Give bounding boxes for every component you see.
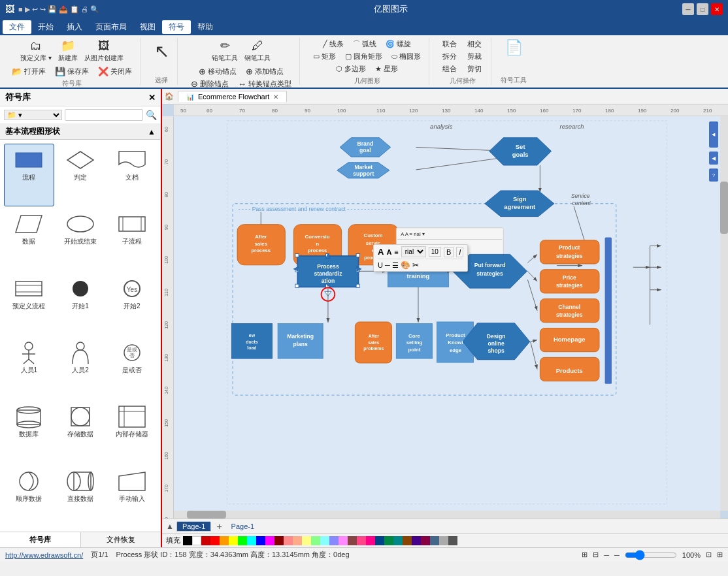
combine-button[interactable]: 组合: [438, 63, 462, 75]
color-purple[interactable]: [412, 536, 421, 545]
color-brown[interactable]: [348, 536, 357, 545]
shape-item-terminal[interactable]: 开始或结束: [56, 208, 106, 270]
color-maroon[interactable]: [274, 536, 284, 545]
shape-item-flow[interactable]: 流程: [4, 144, 54, 206]
arc-button[interactable]: ⌒弧线: [349, 38, 380, 50]
vertical-scrollbar[interactable]: [720, 116, 728, 511]
union-button[interactable]: 联合: [438, 38, 462, 50]
horizontal-scrollbar[interactable]: [174, 511, 720, 519]
shape-item-start1[interactable]: 开始1: [56, 272, 106, 335]
color-lightblue[interactable]: [329, 536, 339, 545]
page-tab-1[interactable]: Page-1: [176, 521, 211, 532]
color-lightmagenta[interactable]: [339, 536, 348, 545]
view-icon-1[interactable]: ⊞: [582, 551, 587, 559]
close-lib-button[interactable]: ❌关闭库: [94, 65, 136, 78]
crop-button[interactable]: 剪裁: [463, 50, 487, 63]
view-icon-3[interactable]: ─: [604, 551, 609, 559]
canvas-content[interactable]: analysis research - - - - Pass assessmen…: [174, 116, 720, 511]
cut-button[interactable]: 剪切: [463, 63, 487, 75]
select-button[interactable]: ↖: [150, 38, 173, 65]
color-darkred[interactable]: [201, 536, 210, 545]
panel-btn-1[interactable]: ◀: [709, 121, 718, 148]
pen-tool-button[interactable]: 🖊钢笔工具: [242, 38, 273, 64]
color-magenta[interactable]: [265, 536, 274, 545]
maximize-button[interactable]: □: [697, 3, 708, 15]
minimize-button[interactable]: ─: [682, 3, 694, 15]
polygon-button[interactable]: ⬡多边形: [332, 63, 370, 75]
color-darkgreen[interactable]: [384, 536, 393, 545]
color-blue[interactable]: [256, 536, 265, 545]
category-select[interactable]: 📁 ▾: [4, 110, 62, 120]
color-darkgray[interactable]: [448, 536, 457, 545]
font-family-select[interactable]: rial: [401, 246, 426, 257]
text-editor-toolbar[interactable]: A A ≡ rial 10 B I U ─ ☰ 🎨 ✂: [373, 244, 468, 272]
color-gray[interactable]: [439, 536, 448, 545]
color-green[interactable]: [238, 536, 247, 545]
add-anchor-button[interactable]: ⊕添加锚点: [242, 65, 288, 78]
grid-button[interactable]: ⊞: [717, 551, 723, 559]
color-peach[interactable]: [293, 536, 302, 545]
tab-close-icon[interactable]: ✕: [273, 93, 278, 101]
shape-item-data[interactable]: 数据: [4, 208, 54, 270]
color-yellow[interactable]: [229, 536, 238, 545]
menu-view[interactable]: 视图: [133, 20, 162, 34]
color-slateblue[interactable]: [430, 536, 439, 545]
color-lightcyan[interactable]: [320, 536, 329, 545]
shape-item-sequential[interactable]: 顺序数据: [4, 465, 54, 528]
shape-item-database[interactable]: 数据库: [4, 400, 54, 463]
color-palette[interactable]: [183, 534, 457, 548]
search-icon[interactable]: 🔍: [146, 110, 157, 120]
shape-item-document[interactable]: 文档: [107, 144, 157, 206]
save-lib-button[interactable]: 💾保存库: [51, 65, 93, 78]
color-darkpurple[interactable]: [421, 536, 430, 545]
line-button[interactable]: ╱线条: [319, 38, 348, 50]
shape-item-person1[interactable]: 人员1: [4, 336, 54, 399]
predef-lib-button[interactable]: 🗂预定义库 ▾: [18, 38, 54, 64]
shape-item-manualinput[interactable]: 手动输入: [107, 465, 157, 528]
menu-symbol[interactable]: 符号: [162, 20, 191, 34]
pencil-tool-button[interactable]: ✏铅笔工具: [209, 38, 240, 64]
shape-item-person2[interactable]: 人员2: [56, 336, 106, 399]
menu-insert[interactable]: 插入: [60, 20, 89, 34]
canvas-wrapper[interactable]: 50 60 70 80 90 100 110 120 130 140 150 1…: [162, 104, 728, 519]
sidebar-tab-filerecovery[interactable]: 文件恢复: [81, 532, 161, 547]
spiral-button[interactable]: 🌀螺旋: [382, 38, 415, 50]
shape-item-storedata[interactable]: 存储数据: [56, 400, 106, 463]
italic-button[interactable]: I: [456, 247, 463, 257]
shape-item-yesno[interactable]: 是或否 是或否: [107, 336, 157, 399]
zoom-slider[interactable]: [625, 550, 677, 560]
color-lightyellow[interactable]: [302, 536, 311, 545]
color-white[interactable]: [192, 536, 201, 545]
menu-file[interactable]: 文件: [3, 20, 31, 34]
close-button[interactable]: ✕: [711, 3, 723, 15]
menu-start[interactable]: 开始: [31, 20, 60, 34]
shape-item-predef[interactable]: 预定义流程: [4, 272, 54, 335]
color-deeppink[interactable]: [366, 536, 375, 545]
open-lib-button[interactable]: 📂打开库: [8, 65, 50, 78]
color-black[interactable]: [183, 536, 192, 545]
round-rect-button[interactable]: ▢圆角矩形: [341, 50, 386, 63]
sidebar-tab-symbollib[interactable]: 符号库: [0, 532, 81, 547]
color-teal[interactable]: [393, 536, 403, 545]
website-link[interactable]: http://www.edrawsoft.cn/: [5, 551, 83, 559]
sidebar-close-icon[interactable]: ✕: [148, 93, 156, 103]
panel-btn-2[interactable]: ◀: [709, 152, 718, 165]
category-collapse-icon[interactable]: ▲: [148, 127, 156, 136]
fit-button[interactable]: ⊡: [706, 551, 712, 559]
menu-help[interactable]: 帮助: [191, 20, 220, 34]
page-2-tab[interactable]: Page-1: [231, 522, 254, 530]
split-button[interactable]: 拆分: [438, 50, 462, 63]
color-cyan[interactable]: [247, 536, 256, 545]
color-pink[interactable]: [284, 536, 293, 545]
color-hotpink[interactable]: [357, 536, 366, 545]
shape-item-internalstorage[interactable]: 内部存储器: [107, 400, 157, 463]
color-darkblue[interactable]: [375, 536, 384, 545]
menu-layout[interactable]: 页面布局: [89, 20, 133, 34]
shape-item-directdata[interactable]: 直接数据: [56, 465, 106, 528]
rect-button[interactable]: ▭矩形: [309, 50, 340, 63]
color-olive[interactable]: [403, 536, 412, 545]
star-button[interactable]: ★星形: [371, 63, 402, 75]
intersect-button[interactable]: 相交: [463, 38, 487, 50]
canvas-tab-ecommerce[interactable]: 📊 Ecommerce Flowchart ✕: [178, 91, 287, 102]
zoom-out-button[interactable]: ─: [614, 551, 620, 559]
